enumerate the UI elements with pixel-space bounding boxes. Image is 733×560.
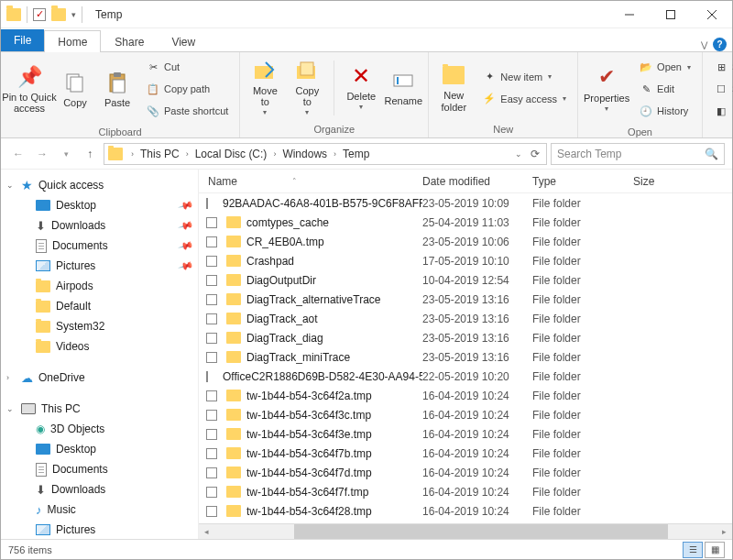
nav-up-button[interactable]: ↑ [80, 144, 100, 164]
details-view-button[interactable]: ☰ [683, 542, 703, 558]
nav-history-dropdown[interactable]: ▾ [56, 144, 76, 164]
row-checkbox[interactable] [206, 256, 217, 267]
qat-customize-icon[interactable]: ▾ [71, 10, 76, 19]
row-checkbox[interactable] [206, 448, 217, 459]
row-checkbox[interactable] [206, 236, 217, 247]
tab-file[interactable]: File [1, 29, 44, 51]
nav-forward-button[interactable]: → [32, 144, 52, 164]
refresh-button[interactable]: ⟳ [528, 147, 542, 161]
copy-to-button[interactable]: Copy to▾ [288, 56, 326, 120]
invert-selection-button[interactable]: ◧Invert selection [710, 102, 733, 120]
nav-back-button[interactable]: ← [8, 144, 28, 164]
copy-button[interactable]: Copy [56, 57, 94, 121]
minimize-ribbon-icon[interactable]: ⋁ [701, 40, 707, 49]
table-row[interactable]: tw-1b44-b54-3c64f3e.tmp 16-04-2019 10:24… [199, 424, 732, 444]
edit-button[interactable]: ✎Edit [635, 80, 695, 98]
col-date[interactable]: Date modified [422, 175, 532, 188]
properties-button[interactable]: ✔ Properties▾ [584, 57, 629, 121]
row-checkbox[interactable] [206, 506, 217, 517]
table-row[interactable]: tw-1b44-b54-3c64f7d.tmp 16-04-2019 10:24… [199, 463, 732, 482]
cut-button[interactable]: ✂Cut [142, 58, 232, 76]
row-checkbox[interactable] [206, 371, 208, 382]
horizontal-scrollbar[interactable]: ◂▸ [199, 523, 732, 539]
sidebar-item[interactable]: Default [1, 296, 198, 316]
sidebar-item[interactable]: Desktop📌 [1, 195, 198, 215]
table-row[interactable]: DiagTrack_alternativeTrace 23-05-2019 13… [199, 290, 732, 309]
table-row[interactable]: tw-1b44-b54-3c64f2a.tmp 16-04-2019 10:24… [199, 386, 732, 405]
table-row[interactable]: CR_4EB0A.tmp 23-05-2019 10:06 File folde… [199, 232, 732, 251]
breadcrumb-item[interactable]: Windows [280, 148, 329, 160]
history-button[interactable]: 🕘History [635, 102, 695, 120]
sidebar-item[interactable]: Documents [1, 459, 198, 479]
paste-button[interactable]: Paste [98, 57, 137, 121]
table-row[interactable]: OfficeC2R1886D69B-D582-4E30-AA94-53... 2… [199, 367, 732, 386]
row-checkbox[interactable] [206, 390, 217, 401]
breadcrumb-dropdown-icon[interactable]: ⌄ [515, 149, 522, 159]
row-checkbox[interactable] [206, 467, 217, 478]
pin-quick-access-button[interactable]: 📌 Pin to Quick access [6, 57, 52, 121]
open-button[interactable]: 📂Open▾ [635, 58, 695, 76]
row-checkbox[interactable] [206, 410, 217, 421]
table-row[interactable]: DiagTrack_diag 23-05-2019 13:16 File fol… [199, 328, 732, 347]
close-button[interactable] [691, 1, 732, 28]
qat-properties-icon[interactable]: ✓ [33, 8, 46, 21]
sidebar-item[interactable]: Desktop [1, 439, 198, 459]
sidebar-item[interactable]: Documents📌 [1, 236, 198, 256]
sidebar-onedrive[interactable]: ›☁OneDrive [1, 368, 198, 388]
qat-folder-icon[interactable] [51, 8, 66, 21]
breadcrumb-item[interactable]: Local Disc (C:) [193, 148, 269, 160]
table-row[interactable]: tw-1b44-b54-3c64f3c.tmp 16-04-2019 10:24… [199, 405, 732, 424]
table-row[interactable]: tw-1b44-b54-3c64f28.tmp 16-04-2019 10:24… [199, 501, 732, 521]
table-row[interactable]: DiagTrack_aot 23-05-2019 13:16 File fold… [199, 309, 732, 328]
sidebar-this-pc[interactable]: ⌄This PC [1, 399, 198, 419]
breadcrumb-item[interactable]: This PC [138, 148, 181, 160]
row-checkbox[interactable] [206, 217, 217, 228]
sidebar-item[interactable]: ⬇Downloads📌 [1, 215, 198, 236]
minimize-button[interactable] [608, 1, 650, 28]
table-row[interactable]: DiagTrack_miniTrace 23-05-2019 13:16 Fil… [199, 347, 732, 367]
row-checkbox[interactable] [206, 313, 217, 324]
table-row[interactable]: comtypes_cache 25-04-2019 11:03 File fol… [199, 213, 732, 232]
copy-path-button[interactable]: 📋Copy path [142, 80, 232, 98]
row-checkbox[interactable] [206, 429, 217, 440]
table-row[interactable]: Crashpad 17-05-2019 10:10 File folder [199, 251, 732, 270]
select-none-button[interactable]: ☐Select none [710, 80, 733, 98]
select-all-button[interactable]: ⊞Select all [710, 58, 733, 76]
row-checkbox[interactable] [206, 487, 217, 498]
sidebar-item[interactable]: Pictures [1, 520, 198, 539]
table-row[interactable]: tw-1b44-b54-3c64f7b.tmp 16-04-2019 10:24… [199, 444, 732, 463]
icons-view-button[interactable]: ▦ [705, 542, 725, 558]
maximize-button[interactable] [650, 1, 691, 28]
tab-share[interactable]: Share [101, 30, 158, 52]
rename-button[interactable]: Rename [384, 56, 422, 120]
tab-view[interactable]: View [158, 30, 209, 52]
new-item-button[interactable]: ✦New item▾ [478, 68, 570, 86]
table-row[interactable]: DiagOutputDir 10-04-2019 12:54 File fold… [199, 270, 732, 290]
table-row[interactable]: 92BAADAC-46A8-401B-B575-9C6F8AFF6... 23-… [199, 193, 732, 213]
row-checkbox[interactable] [206, 333, 217, 344]
col-size[interactable]: Size [633, 175, 732, 188]
sidebar-quick-access[interactable]: ⌄★Quick access [1, 175, 198, 195]
sidebar-item[interactable]: ◉3D Objects [1, 419, 198, 439]
sidebar-item[interactable]: Videos [1, 336, 198, 357]
sidebar-item[interactable]: System32 [1, 316, 198, 336]
easy-access-button[interactable]: ⚡Easy access▾ [478, 90, 570, 108]
breadcrumb-item[interactable]: Temp [341, 148, 371, 160]
row-checkbox[interactable] [206, 352, 217, 363]
help-icon[interactable]: ? [713, 38, 727, 51]
paste-shortcut-button[interactable]: 📎Paste shortcut [142, 102, 232, 120]
row-checkbox[interactable] [206, 294, 217, 305]
table-row[interactable]: tw-1b44-b54-3c64f7f.tmp 16-04-2019 10:24… [199, 482, 732, 501]
row-checkbox[interactable] [206, 198, 208, 209]
sidebar-item[interactable]: Airpods [1, 276, 198, 296]
sidebar-item[interactable]: ♪Music [1, 500, 198, 520]
breadcrumb[interactable]: › This PC › Local Disc (C:) › Windows › … [104, 143, 547, 165]
col-name[interactable]: Name˄ [199, 175, 422, 188]
sidebar-item[interactable]: ⬇Downloads [1, 479, 198, 500]
search-input[interactable]: Search Temp 🔍 [551, 143, 725, 165]
row-checkbox[interactable] [206, 275, 217, 286]
tab-home[interactable]: Home [44, 30, 101, 52]
col-type[interactable]: Type [532, 175, 633, 188]
move-to-button[interactable]: Move to▾ [246, 56, 284, 120]
delete-button[interactable]: ✕ Delete▾ [342, 56, 380, 120]
